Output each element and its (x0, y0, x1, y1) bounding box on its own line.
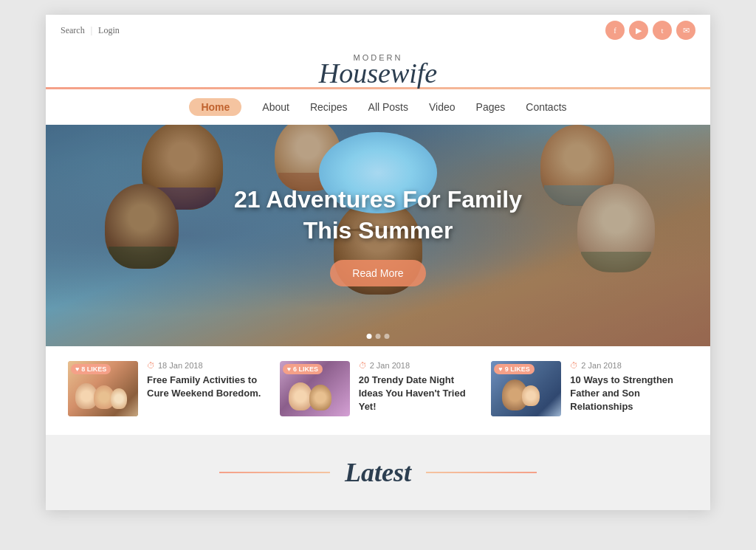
hero-dot-2[interactable] (376, 334, 381, 339)
facebook-icon[interactable]: f (605, 21, 625, 40)
post-date-1: ⏱ 18 Jan 2018 (147, 361, 265, 370)
post-info-1: ⏱ 18 Jan 2018 Free Family Activities to … (147, 361, 265, 400)
nav-bar: Home About Recipes All Posts Video Pages… (46, 89, 710, 125)
hero-title: 21 Adventures For FamilyThis Summer (234, 185, 522, 246)
youtube-icon[interactable]: ▶ (629, 21, 648, 40)
nav-recipes[interactable]: Recipes (310, 101, 348, 113)
login-link[interactable]: Login (98, 25, 120, 36)
nav-home[interactable]: Home (189, 98, 241, 116)
post-title-3[interactable]: 10 Ways to Strengthen Father and Son Rel… (570, 374, 688, 414)
heart-icon-2: ♥ (287, 365, 291, 373)
posts-section: ♥ 8 LIKES ⏱ 18 Jan 2018 Free Family Acti… (46, 346, 710, 435)
clock-icon-1: ⏱ (147, 361, 155, 370)
nav-contacts[interactable]: Contacts (526, 101, 566, 113)
nav-all-posts[interactable]: All Posts (368, 101, 408, 113)
hero-read-more-button[interactable]: Read More (330, 260, 425, 286)
latest-line-left (219, 472, 330, 473)
likes-count-1: 8 LIKES (81, 365, 106, 373)
logo-main-text: Housewife (61, 59, 695, 87)
top-bar: Search | Login f ▶ t ✉ (46, 15, 710, 46)
post-card-1: ♥ 8 LIKES ⏱ 18 Jan 2018 Free Family Acti… (68, 361, 265, 416)
posts-grid: ♥ 8 LIKES ⏱ 18 Jan 2018 Free Family Acti… (68, 361, 688, 416)
email-icon[interactable]: ✉ (676, 21, 695, 40)
logo[interactable]: modern Housewife (61, 53, 695, 87)
divider: | (91, 25, 92, 36)
likes-badge-1: ♥ 8 LIKES (71, 364, 111, 374)
social-icons: f ▶ t ✉ (605, 21, 695, 40)
nav-about[interactable]: About (262, 101, 289, 113)
post-thumb-1[interactable]: ♥ 8 LIKES (68, 361, 138, 416)
likes-badge-2: ♥ 6 LIKES (283, 364, 323, 374)
hero-dot-3[interactable] (385, 334, 390, 339)
clock-icon-2: ⏱ (359, 361, 367, 370)
header: modern Housewife (46, 46, 710, 87)
likes-badge-3: ♥ 9 LIKES (494, 364, 534, 374)
latest-section: Latest (46, 435, 710, 510)
clock-icon-3: ⏱ (570, 361, 578, 370)
latest-line-right (426, 472, 537, 473)
top-bar-left: Search | Login (61, 25, 120, 36)
post-thumb-2[interactable]: ♥ 6 LIKES (280, 361, 350, 416)
latest-title: Latest (345, 457, 411, 488)
post-card-3: ♥ 9 LIKES ⏱ 2 Jan 2018 10 Ways to Streng… (491, 361, 688, 416)
heart-icon-1: ♥ (75, 365, 79, 373)
post-info-3: ⏱ 2 Jan 2018 10 Ways to Strengthen Fathe… (570, 361, 688, 414)
likes-count-3: 9 LIKES (505, 365, 530, 373)
latest-title-wrapper: Latest (61, 457, 695, 488)
hero-section: 21 Adventures For FamilyThis Summer Read… (46, 125, 710, 346)
heart-icon-3: ♥ (498, 365, 502, 373)
post-title-2[interactable]: 20 Trendy Date Night Ideas You Haven't T… (359, 374, 477, 414)
twitter-icon[interactable]: t (653, 21, 672, 40)
post-date-3: ⏱ 2 Jan 2018 (570, 361, 688, 370)
hero-content: 21 Adventures For FamilyThis Summer Read… (234, 185, 522, 286)
nav-pages[interactable]: Pages (476, 101, 506, 113)
post-thumb-3[interactable]: ♥ 9 LIKES (491, 361, 561, 416)
page-wrapper: Search | Login f ▶ t ✉ modern Housewife … (46, 15, 710, 510)
hero-dots (367, 334, 390, 339)
post-card-2: ♥ 6 LIKES ⏱ 2 Jan 2018 20 Trendy Date Ni… (280, 361, 477, 416)
search-link[interactable]: Search (61, 25, 85, 36)
likes-count-2: 6 LIKES (293, 365, 318, 373)
post-date-2: ⏱ 2 Jan 2018 (359, 361, 477, 370)
nav-video[interactable]: Video (429, 101, 456, 113)
post-info-2: ⏱ 2 Jan 2018 20 Trendy Date Night Ideas … (359, 361, 477, 414)
post-title-1[interactable]: Free Family Activities to Cure Weekend B… (147, 374, 265, 400)
hero-dot-1[interactable] (367, 334, 372, 339)
